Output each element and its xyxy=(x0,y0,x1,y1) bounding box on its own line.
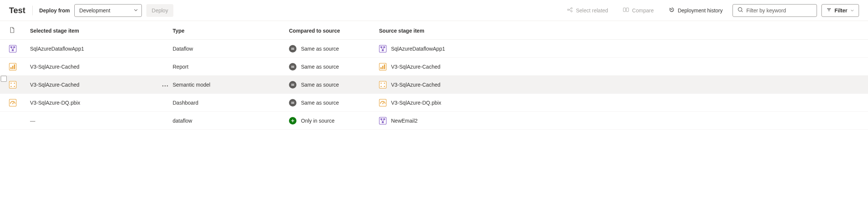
status-label: Same as source xyxy=(301,46,339,52)
svg-point-31 xyxy=(165,85,166,86)
dashboard-icon xyxy=(9,99,17,106)
search-input[interactable] xyxy=(746,8,812,14)
row-checkbox[interactable] xyxy=(1,76,7,82)
header-compared[interactable]: Compared to source xyxy=(289,28,379,34)
status-same-icon xyxy=(289,45,296,52)
toolbar: Test Deploy from Development Deploy Sele… xyxy=(0,0,868,21)
semantic-icon xyxy=(379,81,387,88)
select-value: Development xyxy=(79,8,110,14)
header-icon-col xyxy=(9,27,30,34)
table-row[interactable]: V3-SqlAzure-DQ.pbix Dashboard Same as so… xyxy=(0,94,868,112)
deploy-button[interactable]: Deploy xyxy=(146,4,173,17)
dataflow-icon xyxy=(379,45,387,52)
source-name: V3-SqlAzure-Cached xyxy=(391,64,441,70)
item-type-icon xyxy=(9,99,30,106)
item-type: Report xyxy=(173,64,188,70)
svg-rect-19 xyxy=(623,8,626,12)
item-type: dataflow xyxy=(173,118,192,124)
status-same-icon xyxy=(289,81,296,88)
compare-button[interactable]: Compare xyxy=(618,4,659,17)
item-name: V3-SqlAzure-Cached xyxy=(30,64,80,70)
source-name: V3-SqlAzure-DQ.pbix xyxy=(391,100,441,106)
report-icon xyxy=(9,63,17,70)
source-name: SqlAzureDataflowApp1 xyxy=(391,46,445,52)
history-icon xyxy=(669,7,675,14)
status-label: Same as source xyxy=(301,100,339,106)
svg-point-30 xyxy=(162,85,164,86)
svg-point-16 xyxy=(567,9,569,10)
status-label: Same as source xyxy=(301,82,339,88)
item-name: — xyxy=(30,118,35,124)
item-type-icon xyxy=(9,45,30,52)
status-same-icon xyxy=(289,63,296,70)
svg-point-21 xyxy=(738,8,742,11)
dataflow-icon xyxy=(9,45,17,52)
dataflow-icon xyxy=(379,117,387,124)
header-source[interactable]: Source stage item xyxy=(379,28,859,34)
status-label: Same as source xyxy=(301,64,339,70)
filter-button[interactable]: Filter xyxy=(821,4,859,17)
source-name: V3-SqlAzure-Cached xyxy=(391,82,441,88)
table-row[interactable]: SqlAzureDataflowApp1 Dataflow Same as so… xyxy=(0,40,868,58)
search-icon xyxy=(737,7,743,14)
compare-icon xyxy=(623,7,629,14)
item-type: Semantic model xyxy=(173,82,210,88)
more-icon[interactable] xyxy=(162,82,168,88)
svg-point-32 xyxy=(167,85,168,86)
search-box[interactable] xyxy=(733,4,817,17)
deploy-from-label: Deploy from xyxy=(39,8,70,14)
item-name: V3-SqlAzure-Cached xyxy=(30,82,80,88)
semantic-icon xyxy=(9,81,17,88)
deployment-history-button[interactable]: Deployment history xyxy=(663,4,728,17)
deploy-from-select[interactable]: Development xyxy=(74,4,142,17)
item-type: Dataflow xyxy=(173,46,193,52)
svg-rect-20 xyxy=(626,8,629,12)
table-row[interactable]: V3-SqlAzure-Cached Report Same as source… xyxy=(0,58,868,76)
table-row[interactable]: V3-SqlAzure-Cached Semantic model Same a… xyxy=(0,76,868,94)
report-icon xyxy=(379,63,387,70)
header-type[interactable]: Type xyxy=(173,28,289,34)
select-related-icon xyxy=(567,7,573,14)
svg-line-22 xyxy=(742,11,743,12)
item-type: Dashboard xyxy=(173,100,199,106)
item-type-icon xyxy=(9,81,30,88)
status-add-icon xyxy=(289,117,296,124)
svg-point-17 xyxy=(571,8,572,9)
item-name: SqlAzureDataflowApp1 xyxy=(30,46,84,52)
svg-point-18 xyxy=(571,10,572,12)
file-icon xyxy=(9,27,15,34)
source-name: NewEmail2 xyxy=(391,118,418,124)
select-related-button[interactable]: Select related xyxy=(562,4,614,17)
filter-icon xyxy=(826,7,832,14)
item-name: V3-SqlAzure-DQ.pbix xyxy=(30,100,80,106)
dashboard-icon xyxy=(379,99,387,106)
chevron-down-icon xyxy=(850,8,854,14)
items-table: Selected stage item Type Compared to sou… xyxy=(0,21,868,130)
header-selected[interactable]: Selected stage item xyxy=(30,28,158,34)
item-type-icon xyxy=(9,63,30,70)
table-row[interactable]: — dataflow Only in source NewEmail2 xyxy=(0,112,868,130)
table-header: Selected stage item Type Compared to sou… xyxy=(0,21,868,40)
status-label: Only in source xyxy=(301,118,334,124)
stage-title: Test xyxy=(9,6,33,15)
status-same-icon xyxy=(289,99,296,106)
